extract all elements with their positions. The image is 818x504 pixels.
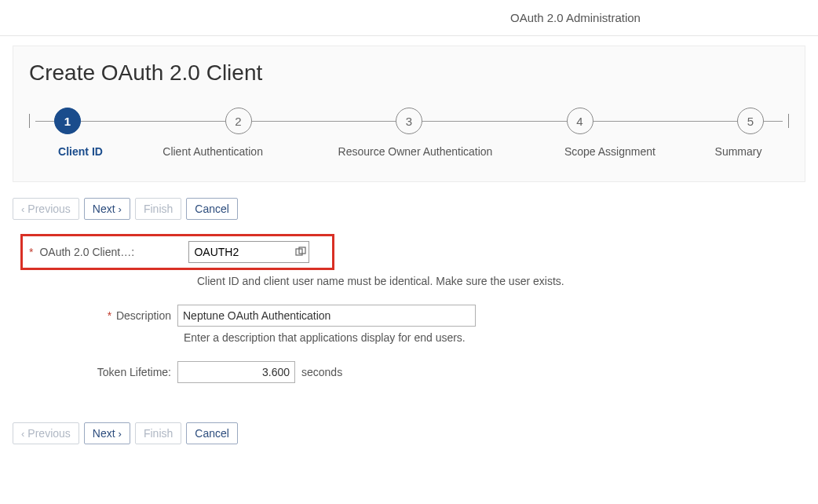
chevron-right-icon: › xyxy=(119,203,122,215)
wizard-labels: Client ID Client Authentication Resource… xyxy=(29,145,789,158)
wizard-step-2-number: 2 xyxy=(225,108,252,134)
wizard-label-3: Resource Owner Authentication xyxy=(298,145,532,158)
value-help-icon[interactable] xyxy=(291,243,309,261)
previous-button-label: Previous xyxy=(27,203,70,215)
description-hint: Enter a description that applications di… xyxy=(184,331,802,344)
token-lifetime-label: Token Lifetime: xyxy=(97,366,171,378)
required-marker: * xyxy=(29,246,33,258)
button-bar-bottom: ‹ Previous Next › Finish Cancel xyxy=(13,422,805,444)
previous-button-bottom[interactable]: ‹ Previous xyxy=(13,422,79,444)
wizard-step-3-number: 3 xyxy=(396,108,422,134)
finish-button-label-bottom: Finish xyxy=(144,427,173,440)
finish-button[interactable]: Finish xyxy=(135,198,181,220)
finish-button-bottom[interactable]: Finish xyxy=(135,422,181,444)
cancel-button-label: Cancel xyxy=(195,203,229,215)
wizard-step-4-number: 4 xyxy=(567,108,593,134)
next-button[interactable]: Next › xyxy=(84,198,130,220)
next-button-label: Next xyxy=(93,203,115,215)
wizard-step-1[interactable]: 1 xyxy=(54,108,81,134)
chevron-right-icon: › xyxy=(119,428,122,440)
next-button-bottom[interactable]: Next › xyxy=(84,422,130,444)
description-label: Description xyxy=(116,309,171,322)
required-marker: * xyxy=(108,309,111,322)
client-id-input-group xyxy=(188,241,309,263)
wizard-label-4: Scope Assignment xyxy=(532,145,688,158)
wizard-step-3[interactable]: 3 xyxy=(396,108,422,134)
wizard-label-5: Summary xyxy=(688,145,789,158)
button-bar-top: ‹ Previous Next › Finish Cancel xyxy=(13,198,805,220)
finish-button-label: Finish xyxy=(144,203,173,215)
wizard-end-cap xyxy=(783,114,789,128)
wizard-step-1-number: 1 xyxy=(54,108,81,134)
wizard-step-2[interactable]: 2 xyxy=(225,108,252,134)
wizard-label-2: Client Authentication xyxy=(127,145,298,158)
wizard-label-1: Client ID xyxy=(34,145,127,158)
wizard-panel: Create OAuth 2.0 Client 1 2 3 4 5 xyxy=(13,46,805,182)
page-title: Create OAuth 2.0 Client xyxy=(29,60,789,86)
client-id-highlight: * OAuth 2.0 Client…: xyxy=(20,234,334,270)
client-id-label: OAuth 2.0 Client…: xyxy=(39,246,163,258)
cancel-button[interactable]: Cancel xyxy=(186,198,238,220)
description-input[interactable] xyxy=(177,305,476,327)
cancel-button-bottom[interactable]: Cancel xyxy=(186,422,238,444)
wizard-step-5-number: 5 xyxy=(737,108,764,134)
wizard-steps: 1 2 3 4 5 xyxy=(29,108,789,134)
cancel-button-label-bottom: Cancel xyxy=(195,427,229,440)
token-lifetime-unit: seconds xyxy=(301,366,342,378)
client-id-hint: Client ID and client user name must be i… xyxy=(197,275,802,287)
next-button-label-bottom: Next xyxy=(93,427,115,440)
previous-button-label-bottom: Previous xyxy=(27,427,70,440)
breadcrumb-title: OAuth 2.0 Administration xyxy=(0,11,818,24)
chevron-left-icon: ‹ xyxy=(21,203,24,215)
wizard-start-cap xyxy=(29,114,35,128)
chevron-left-icon: ‹ xyxy=(21,428,24,440)
wizard-step-5[interactable]: 5 xyxy=(737,108,764,134)
wizard-step-4[interactable]: 4 xyxy=(567,108,593,134)
form-area: * OAuth 2.0 Client…: Client ID and clien… xyxy=(13,234,805,383)
client-id-input[interactable] xyxy=(189,242,291,262)
breadcrumb: OAuth 2.0 Administration xyxy=(0,0,818,36)
previous-button[interactable]: ‹ Previous xyxy=(13,198,79,220)
token-lifetime-input[interactable] xyxy=(177,361,295,383)
